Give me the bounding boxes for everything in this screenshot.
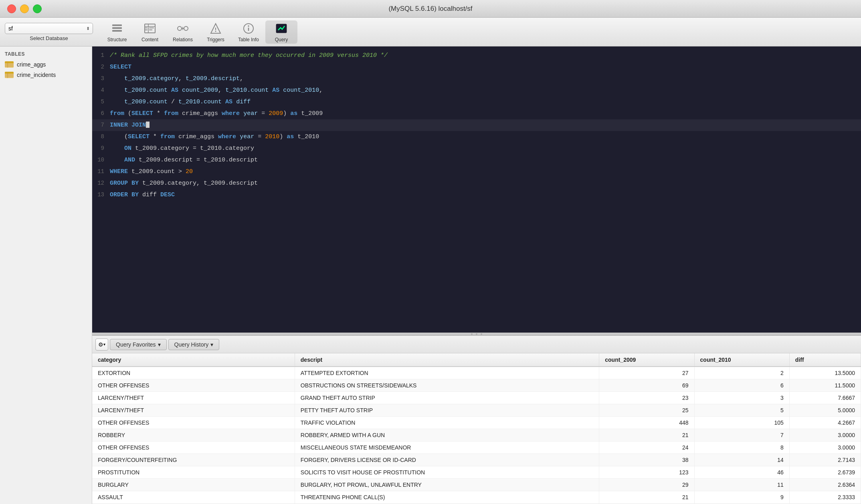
table-info-label: Table Info [238, 37, 259, 42]
code-line-11: 11WHERE t_2009.count > 20 [92, 166, 861, 177]
toolbar-content-button[interactable]: Content [134, 20, 166, 44]
table-cell: 11.5000 [789, 379, 861, 392]
results-tbody: EXTORTIONATTEMPTED EXTORTION27213.5000OT… [92, 367, 861, 504]
svg-rect-1 [112, 27, 122, 29]
table-cell: GRAND THEFT AUTO STRIP [295, 392, 599, 404]
table-cell: 2.7143 [789, 454, 861, 466]
table-cell: 27 [599, 367, 694, 379]
settings-dropdown-arrow: ▾ [103, 342, 105, 347]
header-row: category descript count_2009 count_2010 … [92, 353, 861, 367]
minimize-button[interactable] [20, 4, 29, 13]
content-label: Content [141, 37, 158, 42]
resizer[interactable] [92, 333, 861, 336]
line-content-6: from (SELECT * from crime_aggs where yea… [110, 108, 861, 119]
table-cell: 69 [599, 379, 694, 392]
toolbar-structure-button[interactable]: Structure [101, 20, 133, 44]
line-number-6: 6 [92, 108, 110, 119]
line-content-11: WHERE t_2009.count > 20 [110, 166, 861, 177]
toolbar-table-info-button[interactable]: Table Info [232, 20, 265, 44]
code-line-8: 8 (SELECT * from crime_aggs where year =… [92, 131, 861, 143]
line-number-7: 7 [92, 119, 110, 131]
table-row[interactable]: LARCENY/THEFTPETTY THEFT AUTO STRIP2555.… [92, 404, 861, 417]
col-descript[interactable]: descript [295, 353, 599, 367]
results-panel: ⚙ ▾ Query Favorites ▾ Query History ▾ [92, 336, 861, 504]
table-cell: 13.5000 [789, 367, 861, 379]
table-row[interactable]: OTHER OFFENSESOBSTRUCTIONS ON STREETS/SI… [92, 379, 861, 392]
toolbar-triggers-button[interactable]: Triggers [200, 20, 232, 44]
structure-icon [110, 21, 124, 36]
code-line-1: 1/* Rank all SFPD crimes by how much mor… [92, 50, 861, 61]
results-toolbar: ⚙ ▾ Query Favorites ▾ Query History ▾ [92, 336, 861, 353]
col-count-2010[interactable]: count_2010 [694, 353, 789, 367]
code-line-5: 5 t_2009.count / t_2010.count AS diff [92, 96, 861, 108]
table-row[interactable]: EXTORTIONATTEMPTED EXTORTION27213.5000 [92, 367, 861, 379]
svg-rect-32 [5, 73, 14, 74]
toolbar-query-button[interactable]: Query [265, 20, 297, 44]
svg-rect-9 [145, 27, 148, 28]
table-cell: ROBBERY, ARMED WITH A GUN [295, 429, 599, 442]
right-panel: 1/* Rank all SFPD crimes by how much mor… [92, 46, 861, 504]
query-history-tab[interactable]: Query History ▾ [168, 339, 220, 350]
toolbar: sf ⬍ Select Database Structure [0, 18, 861, 46]
settings-icon: ⚙ [98, 341, 103, 348]
table-row[interactable]: PROSTITUTIONSOLICITS TO VISIT HOUSE OF P… [92, 466, 861, 479]
table-cell: 2.3333 [789, 491, 861, 504]
table-row[interactable]: ROBBERYROBBERY, ARMED WITH A GUN2173.000… [92, 429, 861, 442]
line-number-13: 13 [92, 189, 110, 200]
code-line-12: 12GROUP BY t_2009.category, t_2009.descr… [92, 177, 861, 189]
table-cell: LARCENY/THEFT [92, 392, 295, 404]
table-cell: 2.6739 [789, 466, 861, 479]
window-controls [7, 4, 42, 13]
line-content-3: t_2009.category, t_2009.descript, [110, 73, 861, 85]
settings-button[interactable]: ⚙ ▾ [95, 339, 108, 351]
app-container: sf ⬍ Select Database Structure [0, 18, 861, 504]
svg-rect-25 [5, 62, 14, 63]
code-editor[interactable]: 1/* Rank all SFPD crimes by how much mor… [92, 46, 861, 333]
query-history-label: Query History [174, 341, 209, 348]
table-row[interactable]: OTHER OFFENSESTRAFFIC VIOLATION4481054.2… [92, 417, 861, 429]
table-cell: 7.6667 [789, 392, 861, 404]
table-row[interactable]: FORGERY/COUNTERFEITINGFORGERY, DRIVERS L… [92, 454, 861, 466]
sidebar-item-crime-incidents[interactable]: crime_incidents [0, 70, 92, 80]
svg-point-37 [471, 333, 473, 335]
svg-rect-10 [145, 29, 148, 30]
table-cell: 11 [694, 479, 789, 491]
toolbar-relations-button[interactable]: Relations [167, 20, 199, 44]
table-cell: 123 [599, 466, 694, 479]
table-cell: BURGLARY, HOT PROWL, UNLAWFUL ENTRY [295, 479, 599, 491]
svg-point-11 [178, 26, 182, 30]
table-cell: 448 [599, 417, 694, 429]
col-count-2009[interactable]: count_2009 [599, 353, 694, 367]
line-number-10: 10 [92, 154, 110, 165]
line-content-5: t_2009.count / t_2010.count AS diff [110, 97, 861, 108]
line-number-1: 1 [92, 50, 110, 61]
table-row[interactable]: ASSAULTTHREATENING PHONE CALL(S)2192.333… [92, 491, 861, 504]
query-favorites-tab[interactable]: Query Favorites ▾ [110, 339, 167, 350]
table-cell: 3.0000 [789, 442, 861, 454]
query-history-arrow-icon: ▾ [210, 341, 213, 348]
database-select[interactable]: sf [5, 23, 93, 34]
table-cell: OBSTRUCTIONS ON STREETS/SIDEWALKS [295, 379, 599, 392]
sidebar-item-crime-aggs[interactable]: crime_aggs [0, 59, 92, 70]
line-number-12: 12 [92, 177, 110, 189]
sidebar-table-name-crime-aggs: crime_aggs [17, 61, 46, 68]
maximize-button[interactable] [33, 4, 42, 13]
table-row[interactable]: LARCENY/THEFTGRAND THEFT AUTO STRIP2337.… [92, 392, 861, 404]
table-cell: FORGERY, DRIVERS LICENSE OR ID-CARD [295, 454, 599, 466]
col-category[interactable]: category [92, 353, 295, 367]
table-cell: 5.0000 [789, 404, 861, 417]
table-cell: BURGLARY [92, 479, 295, 491]
table-cell: 21 [599, 429, 694, 442]
close-button[interactable] [7, 4, 16, 13]
svg-rect-2 [112, 30, 122, 32]
table-cell: OTHER OFFENSES [92, 417, 295, 429]
triggers-icon [208, 21, 223, 36]
table-cell: SOLICITS TO VISIT HOUSE OF PROSTITUTION [295, 466, 599, 479]
code-line-6: 6from (SELECT * from crime_aggs where ye… [92, 108, 861, 119]
line-number-5: 5 [92, 96, 110, 107]
col-diff[interactable]: diff [789, 353, 861, 367]
content-icon [143, 21, 157, 36]
table-row[interactable]: BURGLARYBURGLARY, HOT PROWL, UNLAWFUL EN… [92, 479, 861, 491]
line-number-2: 2 [92, 61, 110, 73]
table-row[interactable]: OTHER OFFENSESMISCELLANEOUS STATE MISDEM… [92, 442, 861, 454]
